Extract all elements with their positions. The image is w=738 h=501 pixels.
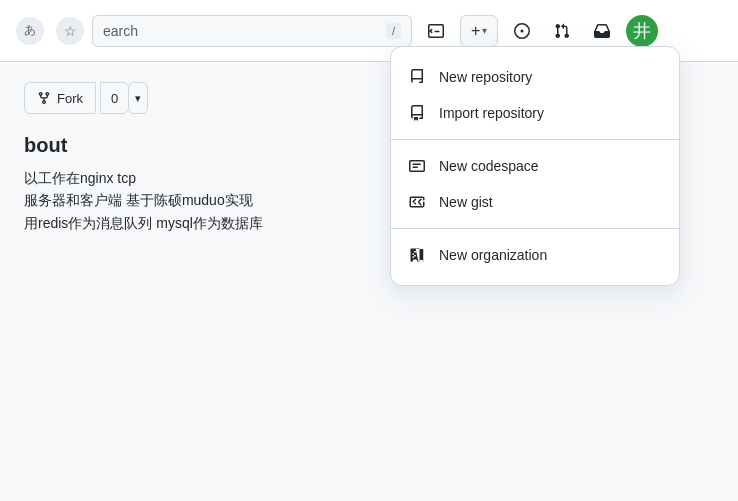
terminal-icon (428, 23, 444, 39)
repo-icon (407, 67, 427, 87)
new-codespace-label: New codespace (439, 158, 539, 174)
dropdown-menu: New repository Import repository New cod… (390, 46, 680, 286)
new-repository-label: New repository (439, 69, 532, 85)
nav-icon-2[interactable]: ☆ (56, 17, 84, 45)
import-repository-item[interactable]: Import repository (391, 95, 679, 131)
gist-icon (407, 192, 427, 212)
avatar[interactable]: 井 (626, 15, 658, 47)
plus-chevron: ▾ (482, 25, 487, 36)
search-shortcut: / (386, 23, 401, 39)
search-text: earch (103, 23, 138, 39)
fork-icon (37, 91, 51, 105)
new-gist-item[interactable]: New gist (391, 184, 679, 220)
search-bar[interactable]: earch / (92, 15, 412, 47)
terminal-button[interactable] (420, 15, 452, 47)
issues-icon (514, 23, 530, 39)
new-organization-label: New organization (439, 247, 547, 263)
codespace-icon (407, 156, 427, 176)
org-icon (407, 245, 427, 265)
fork-label: Fork (57, 91, 83, 106)
new-codespace-item[interactable]: New codespace (391, 148, 679, 184)
pullrequest-button[interactable] (546, 15, 578, 47)
avatar-symbol: 井 (633, 19, 651, 43)
dropdown-section-1: New repository Import repository (391, 55, 679, 135)
fork-chevron[interactable]: ▾ (128, 82, 148, 114)
fork-count: 0 (100, 82, 129, 114)
fork-button[interactable]: Fork (24, 82, 96, 114)
dropdown-section-2: New codespace New gist (391, 139, 679, 224)
new-organization-item[interactable]: New organization (391, 237, 679, 273)
nav-icon-1[interactable]: あ (16, 17, 44, 45)
issues-button[interactable] (506, 15, 538, 47)
nav-icons-left: あ ☆ (16, 17, 84, 45)
new-repository-item[interactable]: New repository (391, 59, 679, 95)
plus-button[interactable]: + ▾ (460, 15, 498, 47)
import-repository-label: Import repository (439, 105, 544, 121)
dropdown-section-3: New organization (391, 228, 679, 277)
plus-label: + (471, 22, 480, 40)
new-gist-label: New gist (439, 194, 493, 210)
pullrequest-icon (554, 23, 570, 39)
inbox-button[interactable] (586, 15, 618, 47)
import-icon (407, 103, 427, 123)
inbox-icon (594, 23, 610, 39)
